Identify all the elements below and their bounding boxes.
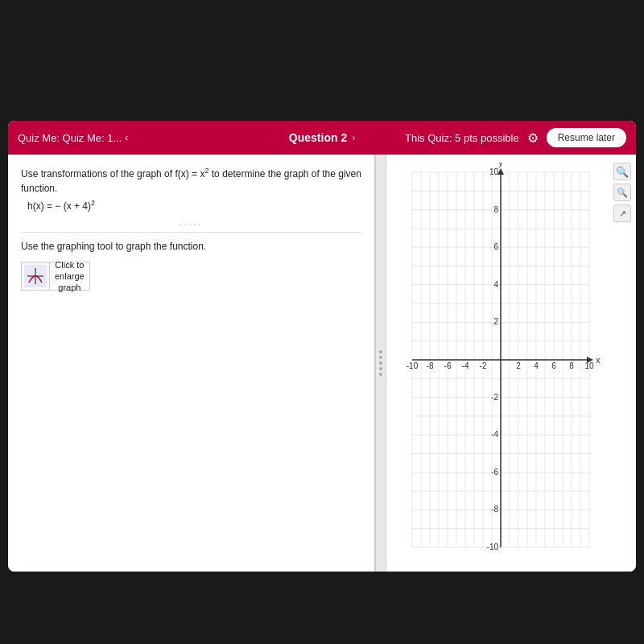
resizer-dot [379,373,382,376]
resizer-dot [379,367,382,370]
graph-canvas[interactable] [391,163,610,557]
device-frame: Quiz Me: Quiz Me: 1... ‹ Question 2 › Th… [8,121,636,572]
dots-divider: ..... [21,218,361,233]
function-text: h(x) = − (x + 4)2 [27,199,361,212]
enlarge-icon [21,262,50,291]
enlarge-text: Click toenlargegraph [50,262,90,291]
right-panel: 🔍 🔍 ↗ [386,155,636,572]
nav-chevron-right[interactable]: › [352,132,355,143]
question-nav: Question 2 › [289,131,355,144]
content-area: Use transformations of the graph of f(x)… [8,155,636,572]
question-label: Question 2 [289,131,347,144]
resizer-dot [379,361,382,365]
graph-mini-icon [24,265,47,287]
enlarge-graph-button[interactable]: Click toenlargegraph [21,262,109,291]
quiz-title: Quiz Me: Quiz Me: 1... ‹ [18,132,128,144]
quiz-pts-text: This Quiz: 5 pts possible [405,132,519,144]
top-bar: Quiz Me: Quiz Me: 1... ‹ Question 2 › Th… [8,121,636,155]
nav-chevron-left[interactable]: ‹ [125,132,128,143]
graph-container[interactable] [391,163,630,564]
use-graphing-text: Use the graphing tool to graph the funct… [21,241,361,252]
resizer-dots [379,350,382,376]
quiz-info: This Quiz: 5 pts possible ⚙ Resume later [405,128,626,147]
left-panel: Use transformations of the graph of f(x)… [8,155,375,572]
quiz-title-text: Quiz Me: Quiz Me: 1... [18,132,122,144]
resume-later-button[interactable]: Resume later [547,128,626,147]
gear-icon[interactable]: ⚙ [527,130,539,146]
vertical-resizer[interactable] [375,155,386,572]
question-text: Use transformations of the graph of f(x)… [21,166,361,196]
resizer-dot [379,350,382,353]
resizer-dot [379,356,382,359]
